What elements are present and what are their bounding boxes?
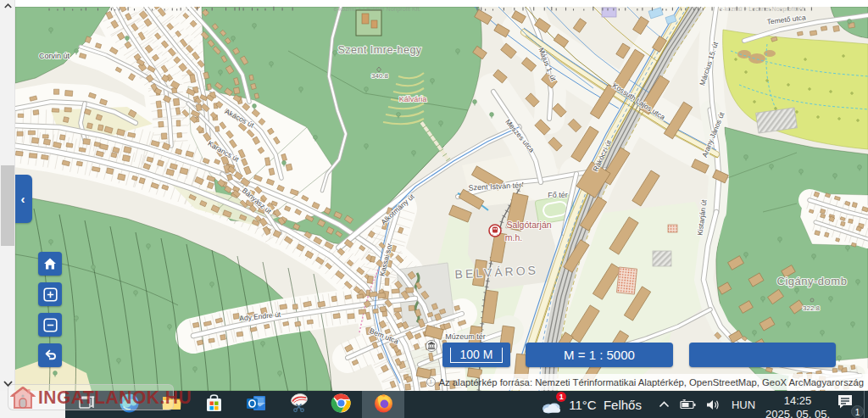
weather-badge: 1 bbox=[556, 392, 566, 402]
clock-time: 14:25 bbox=[765, 395, 830, 406]
info-icon: ! bbox=[426, 377, 436, 387]
ingatlanok-logo[interactable]: INGATLANOK.HU bbox=[8, 384, 174, 410]
vertical-scrollbar[interactable] bbox=[0, 0, 15, 391]
language-indicator[interactable]: HUN bbox=[732, 398, 755, 411]
screen: e-közmű + Lechner Nonprofit Kft.e-közmű … bbox=[0, 0, 868, 418]
taskbar-right: 1 11°C Felhős bbox=[541, 391, 868, 418]
taskbar-icon-store[interactable] bbox=[192, 391, 235, 418]
taskbar-icon-outlook[interactable] bbox=[235, 391, 277, 418]
sidebar-collapse-button[interactable]: ‹ bbox=[15, 175, 32, 223]
map-label: m.h. bbox=[505, 232, 522, 242]
undo-arrow-icon bbox=[42, 348, 58, 363]
taskbar-clock[interactable]: 14:25 2025. 05. 05. bbox=[765, 395, 830, 418]
taskbar-icon-snip[interactable] bbox=[277, 391, 320, 418]
taskbar-icon-firefox[interactable] bbox=[362, 391, 404, 418]
battery-icon[interactable] bbox=[680, 399, 696, 410]
map-attribution-bar: ! Az alaptérkép forrása: Nemzeti Térinfo… bbox=[480, 374, 868, 390]
map-canvas[interactable]: e-közmű + Lechner Nonprofit Kft.e-közmű … bbox=[15, 7, 868, 391]
scrollbar-thumb[interactable] bbox=[1, 165, 14, 246]
taskbar-icon-chrome[interactable] bbox=[320, 391, 362, 418]
logo-text: INGATLANOK.HU bbox=[38, 387, 192, 408]
map-extra-button[interactable] bbox=[689, 343, 836, 367]
map-label: Szent Imre-hegy bbox=[337, 44, 421, 56]
map-label: Salgótarján bbox=[506, 220, 551, 230]
home-button[interactable] bbox=[38, 252, 62, 276]
zoom-out-button[interactable] bbox=[38, 313, 62, 337]
chevron-left-icon: ‹ bbox=[21, 192, 25, 206]
map-label: Corvin út bbox=[39, 52, 70, 60]
scale-bar-label: 100 M bbox=[460, 348, 493, 361]
house-logo-icon bbox=[10, 386, 36, 410]
map-scale-button[interactable]: M = 1 : 5000 bbox=[526, 343, 673, 367]
top-clipped-text-strip bbox=[0, 0, 868, 7]
show-desktop-button[interactable] bbox=[864, 391, 868, 418]
firefox-icon bbox=[373, 393, 394, 417]
map-label: Kálvária bbox=[399, 95, 427, 103]
store-icon bbox=[204, 393, 224, 416]
clock-date: 2025. 05. 05. bbox=[765, 409, 830, 418]
map-label: Fő tér bbox=[548, 191, 568, 199]
home-icon bbox=[43, 257, 57, 270]
map-label: Múzeum tér bbox=[445, 332, 486, 341]
snip-icon bbox=[288, 393, 309, 416]
scale-bar: 100 M bbox=[442, 343, 510, 367]
map-label: Cigány-domb bbox=[777, 275, 848, 287]
attribution-text: Az alaptérkép forrása: Nemzeti Térinform… bbox=[439, 377, 864, 387]
weather-text: 11°C Felhős bbox=[569, 398, 642, 412]
notification-badge: 1 bbox=[851, 405, 864, 418]
outlook-icon bbox=[246, 393, 267, 416]
map-label: 340.8 bbox=[371, 72, 389, 80]
notification-center-button[interactable]: 1 bbox=[835, 391, 864, 418]
speaker-icon[interactable] bbox=[706, 399, 720, 410]
map-label: 322.8 bbox=[803, 304, 821, 312]
notification-icon bbox=[837, 393, 854, 410]
tray-chevron-up-icon[interactable] bbox=[659, 401, 670, 408]
zoom-in-button[interactable] bbox=[38, 282, 62, 306]
zoom-out-icon bbox=[43, 318, 58, 332]
weather-widget[interactable]: 1 11°C Felhős bbox=[541, 396, 642, 413]
zoom-in-icon bbox=[43, 287, 58, 302]
scroll-up-arrow-icon[interactable] bbox=[0, 1, 15, 11]
system-tray: HUN bbox=[654, 398, 762, 411]
chrome-icon bbox=[331, 393, 352, 417]
back-button[interactable] bbox=[38, 343, 62, 367]
